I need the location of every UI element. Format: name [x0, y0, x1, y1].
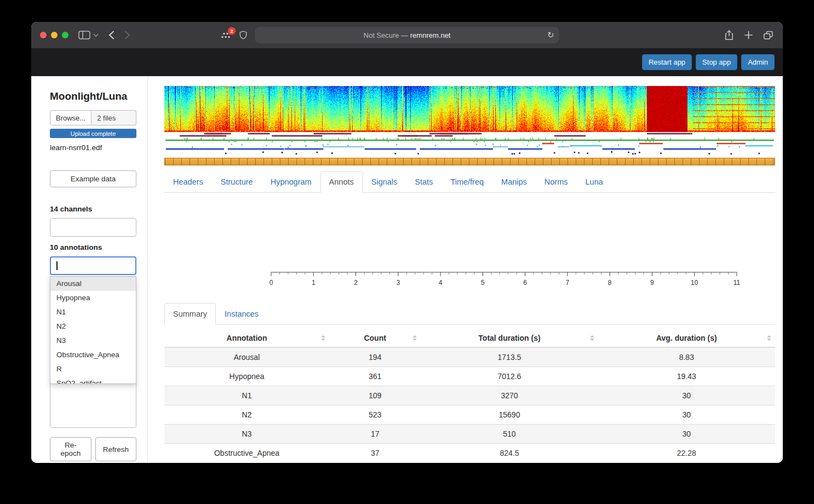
- restart-app-button[interactable]: Restart app: [642, 54, 692, 70]
- subtab-summary[interactable]: Summary: [164, 303, 216, 325]
- shield-button[interactable]: [239, 31, 247, 40]
- sidebar-actions: Re-epoch Refresh: [50, 437, 136, 461]
- tab-signals[interactable]: Signals: [363, 171, 406, 193]
- dropdown-option-spo2-artifact[interactable]: SpO2_artifact: [50, 376, 136, 384]
- sort-down-icon: [767, 339, 771, 341]
- sidebar-icon: [78, 31, 90, 39]
- tab-stats[interactable]: Stats: [406, 171, 442, 193]
- sidebar-toggle-button[interactable]: [78, 31, 99, 39]
- tab-structure[interactable]: Structure: [212, 171, 262, 193]
- column-header-count[interactable]: Count: [329, 329, 421, 347]
- shield-icon: [239, 31, 247, 40]
- tab-norms[interactable]: Norms: [536, 171, 577, 193]
- table-cell: 824.5: [421, 444, 598, 463]
- tab-overview-button[interactable]: [764, 31, 773, 39]
- sub-tab-bar: SummaryInstances: [164, 303, 775, 325]
- table-cell: 30: [598, 405, 775, 425]
- svg-text:0: 0: [270, 279, 273, 287]
- annotations-select-input[interactable]: [50, 256, 136, 275]
- subtab-instances[interactable]: Instances: [216, 303, 267, 325]
- annotations-select-wrap: ArousalHypopneaN1N2N3Obstructive_ApneaRS…: [50, 256, 136, 275]
- sort-up-icon: [412, 335, 417, 337]
- annotation-track-svg[interactable]: [164, 132, 775, 157]
- toolbar-right-group: [725, 30, 773, 41]
- column-header-avg-duration-s-[interactable]: Avg. duration (s): [598, 329, 775, 347]
- tab-headers[interactable]: Headers: [164, 171, 212, 193]
- table-cell: 361: [329, 367, 421, 386]
- example-data-button[interactable]: Example data: [50, 170, 136, 187]
- window-controls: [40, 32, 68, 38]
- sort-up-icon: [767, 335, 771, 337]
- table-row: N1109327030: [164, 386, 775, 405]
- sort-icon[interactable]: [767, 335, 771, 341]
- tab-annots[interactable]: Annots: [320, 171, 363, 193]
- sort-icon[interactable]: [590, 335, 594, 341]
- browse-button[interactable]: Browse...: [50, 110, 91, 125]
- sort-up-icon: [590, 335, 594, 337]
- spectrogram-image[interactable]: [164, 86, 775, 132]
- channels-label: 14 channels: [50, 205, 136, 214]
- table-cell: 194: [329, 347, 421, 367]
- table-cell: 19.43: [598, 367, 775, 386]
- svg-text:3: 3: [396, 279, 400, 287]
- sort-icon[interactable]: [412, 335, 417, 341]
- refresh-button[interactable]: Refresh: [95, 437, 136, 461]
- minimize-window-button[interactable]: [51, 32, 58, 38]
- column-label: Avg. duration (s): [656, 334, 717, 342]
- forward-button[interactable]: [124, 31, 130, 39]
- column-header-annotation[interactable]: Annotation: [164, 329, 329, 347]
- close-window-button[interactable]: [40, 32, 47, 38]
- extensions-group: 2: [221, 31, 247, 40]
- file-input: Browse... 2 files: [50, 110, 136, 125]
- svg-text:9: 9: [650, 279, 654, 287]
- back-button[interactable]: [108, 31, 114, 39]
- table-row: Arousal1941713.58.83: [164, 347, 775, 367]
- table-row: Hypopnea3617012.619.43: [164, 367, 775, 386]
- svg-text:10: 10: [691, 279, 698, 287]
- reepoch-button[interactable]: Re-epoch: [50, 437, 91, 461]
- tab-luna[interactable]: Luna: [577, 171, 612, 193]
- sort-down-icon: [590, 339, 594, 341]
- extension-button[interactable]: 2: [221, 31, 231, 39]
- desktop-background: 2 Not Secure — remnrem.net ↻: [0, 0, 814, 504]
- new-tab-button[interactable]: [744, 31, 753, 39]
- stop-app-button[interactable]: Stop app: [696, 54, 737, 70]
- chevron-down-icon: [93, 33, 99, 37]
- column-label: Total duration (s): [478, 334, 540, 342]
- zoom-window-button[interactable]: [62, 32, 68, 38]
- dropdown-option-n3[interactable]: N3: [50, 334, 136, 348]
- table-cell: 3270: [421, 386, 598, 405]
- table-cell: 510: [421, 425, 598, 444]
- main-content: HeadersStructureHypnogramAnnotsSignalsSt…: [148, 76, 783, 463]
- column-header-total-duration-s-[interactable]: Total duration (s): [421, 329, 598, 347]
- table-cell: N3: [164, 425, 329, 444]
- svg-text:11: 11: [733, 279, 741, 287]
- epoch-band[interactable]: [164, 158, 775, 165]
- dropdown-option-hypopnea[interactable]: Hypopnea: [50, 291, 136, 305]
- forward-icon: [124, 31, 130, 39]
- url-bar[interactable]: Not Secure — remnrem.net ↻: [255, 27, 559, 43]
- dropdown-option-n1[interactable]: N1: [50, 305, 136, 319]
- sort-down-icon: [321, 339, 325, 341]
- tab-time-freq[interactable]: Time/freq: [442, 171, 492, 193]
- dropdown-option-n2[interactable]: N2: [50, 319, 136, 334]
- channels-select-input[interactable]: [50, 218, 136, 237]
- sort-icon[interactable]: [321, 335, 325, 341]
- reload-icon[interactable]: ↻: [547, 31, 554, 39]
- table-cell: 30: [598, 425, 775, 444]
- annotation-dropdown: ArousalHypopneaN1N2N3Obstructive_ApneaRS…: [50, 276, 136, 384]
- table-cell: 1713.5: [421, 347, 598, 367]
- share-button[interactable]: [725, 30, 733, 41]
- table-cell: 523: [329, 405, 421, 425]
- dropdown-option-obstructive-apnea[interactable]: Obstructive_Apnea: [50, 348, 136, 362]
- admin-button[interactable]: Admin: [741, 54, 775, 70]
- column-label: Count: [364, 334, 386, 342]
- dropdown-option-arousal[interactable]: Arousal: [50, 277, 136, 291]
- table-row: N25231569030: [164, 405, 775, 425]
- url-security-label: Not Secure —: [364, 31, 410, 39]
- dropdown-option-r[interactable]: R: [50, 362, 136, 376]
- tab-hypnogram[interactable]: Hypnogram: [262, 171, 320, 193]
- app-navbar: Restart app Stop app Admin: [31, 48, 783, 76]
- tab-manips[interactable]: Manips: [492, 171, 536, 193]
- annotations-label: 10 annotations: [50, 243, 136, 252]
